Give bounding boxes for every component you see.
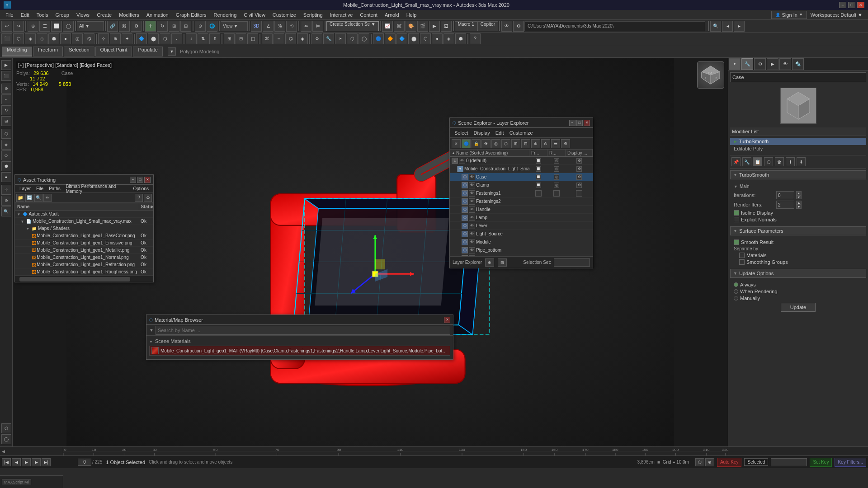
tb2-btn31[interactable]: 🔵 <box>373 33 384 44</box>
material-panel-close[interactable]: ✕ <box>444 317 450 323</box>
tb2-btn8[interactable]: ⌬ <box>84 33 94 44</box>
materials-checkbox[interactable] <box>739 253 745 258</box>
asset-row-normal[interactable]: 🖼 Mobile_Constraction_Light_geo1_Normal.… <box>15 254 154 261</box>
prop-btn-7[interactable]: ⬇ <box>797 157 806 166</box>
tb2-btn16[interactable]: ↕ <box>186 33 197 44</box>
left-btn-9[interactable]: ◇ <box>1 150 11 160</box>
left-btn-bottom1[interactable]: ⬡ <box>1 423 11 433</box>
asset-menu-bitmap[interactable]: Bitmap Performance and Memory <box>63 184 131 194</box>
tb2-btn26[interactable]: ⚙ <box>311 33 322 44</box>
render-iters-spinner[interactable]: ▲ ▼ <box>796 201 802 209</box>
curve-editor-btn[interactable]: 📈 <box>382 21 393 32</box>
scale-btn[interactable]: ⊞ <box>169 21 179 32</box>
object-name-input[interactable] <box>730 72 866 82</box>
scene-row-fastenings2[interactable]: ⬡ 👁 Fastenings2 <box>450 197 593 206</box>
circle-select-btn[interactable]: ◯ <box>63 21 74 32</box>
menu-tools[interactable]: Tools <box>33 11 52 19</box>
tb2-btn25[interactable]: ◈ <box>297 33 308 44</box>
modifier-editable-poly[interactable]: Editable Poly <box>730 145 866 152</box>
left-btn-7[interactable]: ⬡ <box>1 129 11 139</box>
tb2-btn5[interactable]: ⬢ <box>48 33 59 44</box>
key-filters-btn[interactable]: Key Filters... <box>835 458 866 467</box>
schematic-btn[interactable]: 🕸 <box>394 21 405 32</box>
maximize-button[interactable]: □ <box>848 2 855 8</box>
surface-params-header[interactable]: ▼ Surface Parameters <box>730 226 866 235</box>
all-dropdown[interactable]: All ▼ <box>77 21 104 31</box>
select-by-name-btn[interactable]: ☰ <box>39 21 50 32</box>
menu-edit[interactable]: Edit <box>17 11 33 19</box>
asset-row-emissive[interactable]: 🖼 Mobile_Constraction_Light_geo1_Emissiv… <box>15 239 154 247</box>
asset-toolbar-btn2[interactable]: 🔄 <box>25 194 33 202</box>
menu-file[interactable]: File <box>2 11 17 19</box>
tb2-btn22[interactable]: ⌘ <box>262 33 273 44</box>
asset-toolbar-btn6[interactable]: ⚙ <box>144 194 152 202</box>
scene-footer-btn1[interactable]: ⊕ <box>485 258 494 267</box>
close-button[interactable]: ✕ <box>857 2 864 8</box>
when-rendering-radio[interactable] <box>734 289 738 294</box>
tb2-btn30[interactable]: ◯ <box>359 33 369 44</box>
tb2-btn4[interactable]: ◇ <box>37 33 47 44</box>
prop-btn-3[interactable]: 📋 <box>753 157 762 166</box>
scene-footer-btn2[interactable]: ⊞ <box>498 258 507 267</box>
scene-row-default[interactable]: L 👁 0 (default) 🔲 ◎ ⚙ <box>450 157 593 165</box>
menu-scripting[interactable]: Scripting <box>300 11 326 19</box>
rect-select-btn[interactable]: ⬜ <box>51 21 62 32</box>
asset-panel-minimize[interactable]: − <box>130 177 136 183</box>
percent-snap-btn[interactable]: % <box>274 21 285 32</box>
view-dropdown[interactable]: View ▼ <box>221 21 248 31</box>
minimize-button[interactable]: − <box>839 2 846 8</box>
asset-toolbar-btn1[interactable]: 📁 <box>16 194 24 202</box>
render-iters-down[interactable]: ▼ <box>796 205 802 209</box>
tab-selection[interactable]: Selection <box>64 47 94 56</box>
selection-set-input[interactable] <box>554 258 590 267</box>
scene-tool-lock[interactable]: 🔒 <box>472 139 481 148</box>
tab-freeform[interactable]: Freeform <box>33 47 63 56</box>
menu-civil-view[interactable]: Civil View <box>240 11 269 19</box>
scene-menu-display[interactable]: Display <box>471 129 493 136</box>
scene-tool-col7[interactable]: ⊟ <box>521 139 530 148</box>
link-btn[interactable]: 🔗 <box>107 21 118 32</box>
left-btn-14[interactable]: 🔍 <box>1 206 11 216</box>
tb2-help-btn[interactable]: ? <box>470 33 481 44</box>
update-button[interactable]: Update <box>781 303 816 312</box>
left-btn-2[interactable]: ⬛ <box>1 71 11 81</box>
left-btn-3[interactable]: ⊕ <box>1 84 11 94</box>
quick-render-btn[interactable]: 🖼 <box>441 21 452 32</box>
asset-menu-options[interactable]: Options <box>131 186 151 191</box>
scene-tool-col6[interactable]: ⊞ <box>511 139 520 148</box>
tb2-btn9[interactable]: ⊹ <box>98 33 109 44</box>
prop-btn-4[interactable]: ⬡ <box>764 157 773 166</box>
rotate-btn[interactable]: ↻ <box>157 21 168 32</box>
turbosmooth-header[interactable]: ▼ TurboSmooth <box>730 170 866 179</box>
tb2-btn7[interactable]: ◎ <box>72 33 83 44</box>
scene-tool-render[interactable]: ◎ <box>491 139 500 148</box>
next-frame-btn[interactable]: ▶ <box>32 458 41 466</box>
left-btn-6[interactable]: ⊞ <box>1 116 11 126</box>
scene-tool-col11[interactable]: ⚙ <box>561 139 570 148</box>
menu-views[interactable]: Views <box>73 11 93 19</box>
spinner-snap-btn[interactable]: ⟲ <box>286 21 297 32</box>
menu-interactive[interactable]: Interactive <box>326 11 357 19</box>
rpanel-tab-display[interactable]: 👁 <box>779 58 791 70</box>
angle-snap-btn[interactable]: ∠ <box>263 21 274 32</box>
nav-btn-2[interactable]: ◂ <box>722 21 733 32</box>
align-btn[interactable]: ⊨ <box>312 21 323 32</box>
tb2-btn14[interactable]: ⬡ <box>160 33 170 44</box>
left-btn-1[interactable]: ▶ <box>1 60 11 70</box>
left-btn-bottom2[interactable]: ◯ <box>1 434 11 444</box>
manually-radio[interactable] <box>734 296 738 300</box>
prop-btn-2[interactable]: 🔧 <box>742 157 751 166</box>
iterations-input[interactable] <box>776 191 794 199</box>
smoothing-groups-checkbox[interactable] <box>739 259 745 265</box>
iterations-up[interactable]: ▲ <box>796 191 802 195</box>
iterations-down[interactable]: ▼ <box>796 195 802 199</box>
always-radio[interactable] <box>734 282 738 287</box>
play-begin-btn[interactable]: |◀ <box>2 458 11 466</box>
tb2-btn18[interactable]: ⇑ <box>209 33 220 44</box>
timeline-track[interactable]: 0 10 20 30 50 70 90 110 130 150 160 170 … <box>63 447 728 455</box>
tb2-btn21[interactable]: ◫ <box>247 33 258 44</box>
unlink-btn[interactable]: ⛓ <box>119 21 130 32</box>
material-item[interactable]: Mobile_Constraction_Light_geo1_MAT (VRay… <box>149 346 450 356</box>
render-iters-up[interactable]: ▲ <box>796 201 802 205</box>
scene-row-case[interactable]: ⬡ 👁 Case 🔲 ◎ ⚙ <box>450 173 593 181</box>
